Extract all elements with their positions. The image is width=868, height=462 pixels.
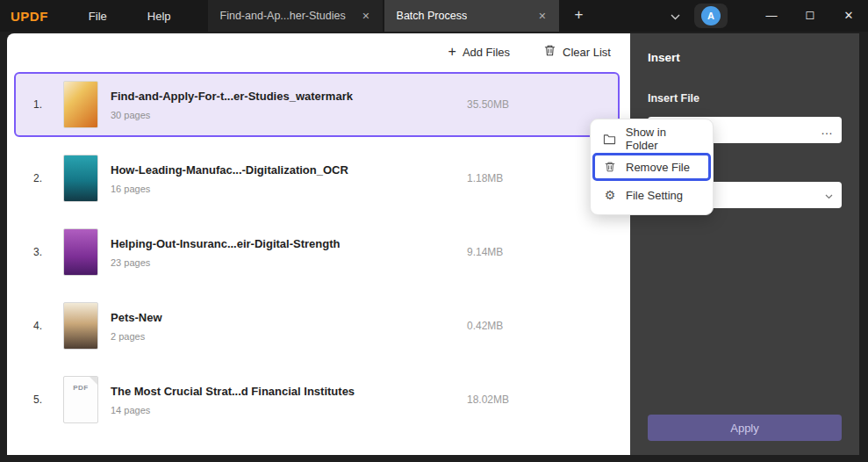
tab-batch-process[interactable]: Batch Process ✕ xyxy=(384,0,559,32)
maximize-button[interactable]: ☐ xyxy=(791,0,829,32)
app-window: UPDF File Help Find-and-Ap...her-Studies… xyxy=(0,0,868,462)
file-context-menu: Show in Folder Remove File ⚙ File Settin… xyxy=(590,119,714,215)
clear-list-label: Clear List xyxy=(563,46,611,59)
file-rows: 1. Find-and-Apply-For-t...er-Studies_wat… xyxy=(7,70,630,432)
close-button[interactable]: ✕ xyxy=(829,0,868,32)
file-size: 9.14MB xyxy=(467,246,503,258)
file-size: 35.50MB xyxy=(467,98,509,111)
close-icon[interactable]: ✕ xyxy=(538,11,546,22)
close-icon[interactable]: ✕ xyxy=(362,11,369,22)
file-row-2[interactable]: 2. How-Leading-Manufac...-Digitalization… xyxy=(14,146,620,211)
folder-icon xyxy=(603,134,617,145)
file-thumbnail xyxy=(63,228,98,276)
trash-icon xyxy=(603,161,617,173)
plus-icon: + xyxy=(448,45,456,59)
file-name: The Most Crucial Strat...d Financial Ins… xyxy=(111,385,355,398)
file-pages: 30 pages xyxy=(111,110,353,120)
menu-item-remove-file[interactable]: Remove File xyxy=(592,153,711,181)
file-thumbnail: PDF xyxy=(63,376,98,423)
tab-label: Find-and-Ap...her-Studies xyxy=(220,10,346,22)
add-files-button[interactable]: + Add Files xyxy=(448,45,511,59)
chevron-down-icon[interactable] xyxy=(656,0,694,32)
gear-icon: ⚙ xyxy=(603,189,617,201)
file-index: 5. xyxy=(33,393,56,406)
file-pages: 23 pages xyxy=(111,257,340,268)
file-index: 1. xyxy=(33,98,56,111)
file-pages: 14 pages xyxy=(111,405,355,415)
file-row-1[interactable]: 1. Find-and-Apply-For-t...er-Studies_wat… xyxy=(14,72,620,137)
file-size: 18.02MB xyxy=(467,393,509,406)
file-pages: 16 pages xyxy=(111,184,348,194)
pdf-thumbnail-label: PDF xyxy=(64,384,97,392)
clear-list-button[interactable]: Clear List xyxy=(543,44,611,60)
file-name: How-Leading-Manufac...-Digitalization_OC… xyxy=(111,163,348,177)
tab-label: Batch Process xyxy=(397,10,468,22)
insert-file-label: Insert File xyxy=(648,92,842,105)
avatar: A xyxy=(701,6,721,25)
file-name: Pets-New xyxy=(111,311,162,324)
insert-panel: Insert Insert File … Apply xyxy=(630,33,859,455)
menu-item-label: Remove File xyxy=(626,161,690,174)
file-thumbnail xyxy=(63,155,98,202)
file-index: 3. xyxy=(33,246,56,258)
file-name: Find-and-Apply-For-t...er-Studies_waterm… xyxy=(111,90,353,103)
chevron-down-icon xyxy=(825,187,833,203)
account-button[interactable]: A xyxy=(694,4,728,28)
menu-item-label: File Setting xyxy=(626,189,683,202)
titlebar: UPDF File Help Find-and-Ap...her-Studies… xyxy=(0,0,868,32)
list-toolbar: + Add Files Clear List xyxy=(7,33,630,70)
tab-bar: Find-and-Ap...her-Studies ✕ Batch Proces… xyxy=(208,0,598,32)
menu-help[interactable]: Help xyxy=(147,10,171,23)
apply-button[interactable]: Apply xyxy=(648,415,842,441)
file-row-5[interactable]: 5. PDF The Most Crucial Strat...d Financ… xyxy=(14,367,620,432)
new-tab-button[interactable]: + xyxy=(561,0,598,32)
trash-icon xyxy=(543,44,556,60)
panel-title: Insert xyxy=(648,51,842,64)
updf-logo: UPDF xyxy=(11,9,48,24)
file-row-4[interactable]: 4. Pets-New 2 pages 0.42MB xyxy=(14,293,620,358)
file-size: 0.42MB xyxy=(467,320,503,332)
file-size: 1.18MB xyxy=(467,172,503,184)
file-thumbnail xyxy=(63,81,98,128)
file-thumbnail xyxy=(63,302,98,350)
add-files-label: Add Files xyxy=(463,46,510,59)
menu-item-file-setting[interactable]: ⚙ File Setting xyxy=(591,181,713,209)
content-area: + Add Files Clear List 1. Find-and-Apply… xyxy=(0,32,868,462)
file-index: 4. xyxy=(33,320,56,332)
minimize-button[interactable]: — xyxy=(752,0,791,32)
menu-item-label: Show in Folder xyxy=(626,126,700,152)
titlebar-right: A — ☐ ✕ xyxy=(656,0,868,32)
file-name: Helping-Out-Insuranc...eir-Digital-Stren… xyxy=(111,237,340,250)
file-row-3[interactable]: 3. Helping-Out-Insuranc...eir-Digital-St… xyxy=(14,220,620,285)
ellipsis-icon[interactable]: … xyxy=(821,123,833,137)
batch-file-list-panel: + Add Files Clear List 1. Find-and-Apply… xyxy=(7,33,630,455)
file-pages: 2 pages xyxy=(111,331,162,342)
menu-item-show-in-folder[interactable]: Show in Folder xyxy=(591,125,713,153)
menu-file[interactable]: File xyxy=(89,10,107,23)
file-index: 2. xyxy=(33,172,56,184)
tab-find-and-apply[interactable]: Find-and-Ap...her-Studies ✕ xyxy=(208,0,383,32)
